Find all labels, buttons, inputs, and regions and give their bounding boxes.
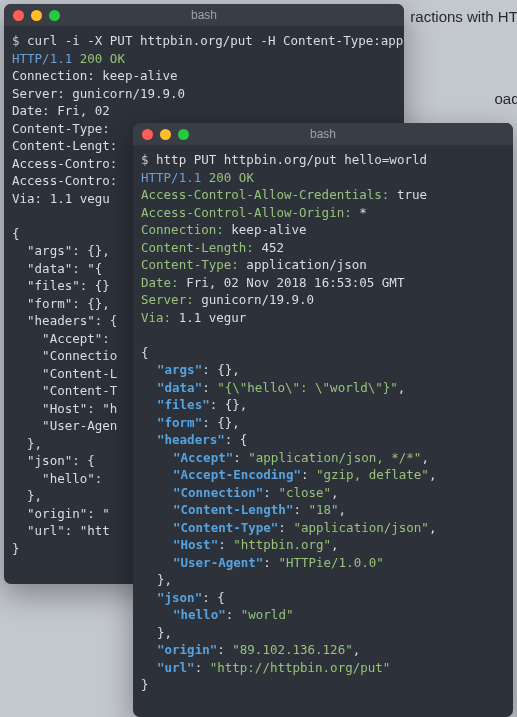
json-value: {} — [225, 397, 240, 412]
window-title: bash — [133, 126, 513, 143]
traffic-lights — [133, 129, 189, 140]
response-header: Connection: keep-alive — [12, 67, 396, 85]
json-value: "HTTPie/1.0.0" — [278, 555, 383, 570]
http-status-proto: HTTP/1.1 — [141, 170, 201, 185]
json-brace: }, — [141, 624, 505, 642]
json-value: "application/json, */*" — [248, 450, 421, 465]
http-status-code: 200 OK — [80, 51, 125, 66]
titlebar[interactable]: bash — [4, 4, 404, 26]
response-header: Server: gunicorn/19.9.0 — [141, 291, 505, 309]
json-brace: { — [240, 432, 248, 447]
response-header: Access-Control-Allow-Origin: * — [141, 204, 505, 222]
minimize-icon[interactable] — [31, 10, 42, 21]
response-header: Date: Fri, 02 — [12, 102, 396, 120]
terminal-content[interactable]: $ http PUT httpbin.org/put hello=worldHT… — [133, 145, 513, 702]
json-key: "origin" — [157, 642, 217, 657]
json-key: "data" — [157, 380, 202, 395]
json-key: "Accept-Encoding" — [173, 467, 301, 482]
minimize-icon[interactable] — [160, 129, 171, 140]
close-icon[interactable] — [142, 129, 153, 140]
json-key: "json" — [157, 590, 202, 605]
json-value: "application/json" — [293, 520, 428, 535]
json-key: "Host" — [173, 537, 218, 552]
prompt: $ — [141, 152, 149, 167]
json-key: "files" — [157, 397, 210, 412]
json-brace: { — [217, 590, 225, 605]
json-key: "url" — [157, 660, 195, 675]
json-key: "Content-Length" — [173, 502, 293, 517]
json-key: "Accept" — [173, 450, 233, 465]
http-status-proto: HTTP/1.1 — [12, 51, 72, 66]
traffic-lights — [4, 10, 60, 21]
json-brace: }, — [141, 571, 505, 589]
zoom-icon[interactable] — [178, 129, 189, 140]
json-value: "httpbin.org" — [233, 537, 331, 552]
json-brace: } — [141, 676, 505, 694]
titlebar[interactable]: bash — [133, 123, 513, 145]
response-header: Connection: keep-alive — [141, 221, 505, 239]
json-brace: { — [141, 344, 505, 362]
json-key: "headers" — [157, 432, 225, 447]
json-value: "close" — [278, 485, 331, 500]
json-value: "18" — [308, 502, 338, 517]
json-key: "hello" — [173, 607, 226, 622]
json-value: "gzip, deflate" — [316, 467, 429, 482]
json-key: "User-Agent" — [173, 555, 263, 570]
response-header: Content-Length: 452 — [141, 239, 505, 257]
http-status-code: 200 OK — [209, 170, 254, 185]
json-value: "http://httpbin.org/put" — [210, 660, 391, 675]
json-key: "Content-Type" — [173, 520, 278, 535]
response-header: Server: gunicorn/19.9.0 — [12, 85, 396, 103]
background-text: ractions with HTT — [410, 6, 517, 27]
window-title: bash — [4, 7, 404, 24]
response-header: Access-Control-Allow-Credentials: true — [141, 186, 505, 204]
response-header: Content-Type: application/json — [141, 256, 505, 274]
json-value: "world" — [241, 607, 294, 622]
command: http PUT httpbin.org/put hello=world — [156, 152, 427, 167]
json-value: {} — [217, 415, 232, 430]
json-key: "args" — [157, 362, 202, 377]
response-header: Date: Fri, 02 Nov 2018 16:53:05 GMT — [141, 274, 505, 292]
json-value: "89.102.136.126" — [232, 642, 352, 657]
background-text-2: oads — [494, 88, 517, 109]
response-header: Via: 1.1 vegur — [141, 309, 505, 327]
json-value: "{\"hello\": \"world\"}" — [217, 380, 398, 395]
prompt: $ — [12, 33, 20, 48]
json-key: "form" — [157, 415, 202, 430]
close-icon[interactable] — [13, 10, 24, 21]
command: curl -i -X PUT httpbin.org/put -H Conten… — [27, 33, 404, 48]
json-key: "Connection" — [173, 485, 263, 500]
terminal-window-httpie[interactable]: bash $ http PUT httpbin.org/put hello=wo… — [133, 123, 513, 717]
zoom-icon[interactable] — [49, 10, 60, 21]
json-value: {} — [217, 362, 232, 377]
